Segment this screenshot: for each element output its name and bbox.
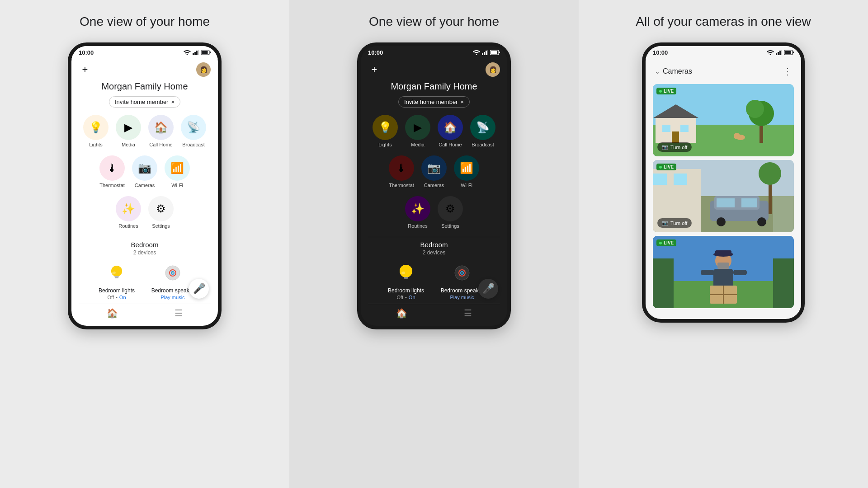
svg-rect-21 — [487, 50, 488, 55]
wyze-bulb-icon-left — [106, 264, 127, 282]
thermostat-label-mid: Thermostat — [389, 183, 414, 188]
speaker-svg-left — [162, 262, 184, 284]
status-icons-right — [767, 50, 794, 55]
wifi-circle-mid: 📶 — [454, 155, 479, 181]
live-text-2: LIVE — [664, 164, 674, 169]
icon-callhome-mid[interactable]: 🏠 Call Home — [434, 115, 467, 147]
device-bedroom-lights-left[interactable]: Bedroom lights Off • On — [94, 260, 139, 300]
icon-routines-left[interactable]: ✨ Routines — [112, 196, 145, 229]
lights-label-left: Lights — [89, 142, 102, 147]
cameras-label-left: Cameras — [135, 183, 155, 188]
invite-close-mid[interactable]: × — [460, 99, 464, 105]
icon-thermostat-left[interactable]: 🌡 Thermostat — [96, 155, 128, 188]
list-nav-left[interactable]: ☰ — [175, 308, 183, 319]
icon-grid-row3-left: ✨ Routines ⚙ Settings — [79, 196, 211, 233]
icon-wifi-mid[interactable]: 📶 Wi-Fi — [450, 155, 483, 188]
speaker-svg-mid — [451, 262, 473, 284]
icon-settings-left[interactable]: ⚙ Settings — [145, 196, 177, 229]
device-bedroom-speaker-left[interactable]: Bedroom speaker Play music — [150, 260, 195, 300]
list-nav-mid[interactable]: ☰ — [464, 308, 472, 319]
icon-lights-mid[interactable]: 💡 Lights — [369, 115, 401, 147]
turn-off-text-2: Turn off — [670, 221, 687, 226]
lights-circle-left: 💡 — [83, 115, 108, 140]
svg-point-64 — [717, 217, 726, 226]
broadcast-label-mid: Broadcast — [472, 142, 494, 147]
svg-rect-47 — [680, 125, 689, 132]
live-dot-3 — [659, 242, 662, 244]
play-music-left[interactable]: Play music — [160, 295, 184, 300]
routines-circle-mid: ✨ — [405, 196, 430, 221]
thermostat-circle-mid: 🌡 — [389, 155, 414, 181]
icon-thermostat-mid[interactable]: 🌡 Thermostat — [385, 155, 418, 188]
device-bedroom-speaker-mid[interactable]: Bedroom speaker Play music — [439, 260, 485, 300]
icon-media-left[interactable]: ▶ Media — [112, 115, 145, 147]
avatar-left[interactable]: 👩 — [196, 62, 211, 77]
icon-callhome-left[interactable]: 🏠 Call Home — [145, 115, 177, 147]
camera-feed-1[interactable]: LIVE 📷 Turn off — [653, 84, 794, 156]
phone-mid: 10:00 + 👩 Morgan Family Home Invite home… — [357, 42, 511, 329]
icon-broadcast-mid[interactable]: 📡 Broadcast — [467, 115, 499, 147]
broadcast-circle-mid: 📡 — [470, 115, 495, 140]
panel-mid-title: One view of your home — [369, 14, 499, 30]
signal-icon — [193, 50, 199, 55]
camera-header-left: ⌄ Cameras — [655, 67, 692, 75]
live-badge-3: LIVE — [656, 239, 676, 246]
svg-point-65 — [757, 217, 766, 226]
home-nav-left[interactable]: 🏠 — [107, 308, 118, 319]
svg-rect-58 — [653, 174, 667, 185]
bedroom-lights-name-left: Bedroom lights — [99, 287, 135, 294]
panel-mid: One view of your home 10:00 + 👩 Morgan F… — [289, 0, 579, 488]
camera-feed-2[interactable]: LIVE 📷 Turn off — [653, 160, 794, 232]
phone-right: 10:00 ⌄ Cameras ⋮ — [642, 42, 805, 323]
media-circle-left: ▶ — [116, 115, 141, 140]
svg-rect-2 — [194, 52, 196, 55]
add-button-left[interactable]: + — [79, 63, 91, 76]
icon-wifi-left[interactable]: 📶 Wi-Fi — [161, 155, 193, 188]
bedroom-lights-icon-left — [104, 260, 129, 286]
status-bar-mid: 10:00 — [361, 46, 507, 59]
icon-broadcast-left[interactable]: 📡 Broadcast — [177, 115, 210, 147]
section-title-left: Bedroom — [79, 241, 211, 249]
svg-point-17 — [476, 54, 477, 56]
svg-rect-59 — [674, 174, 687, 185]
invite-btn-left[interactable]: Invite home member × — [109, 96, 180, 108]
signal-icon-mid — [482, 50, 488, 55]
icon-settings-mid[interactable]: ⚙ Settings — [434, 196, 467, 229]
section-title-mid: Bedroom — [368, 241, 500, 249]
routines-label-left: Routines — [118, 223, 138, 229]
callhome-label-left: Call Home — [149, 142, 172, 147]
icon-cameras-mid[interactable]: 📷 Cameras — [418, 155, 450, 188]
invite-close-left[interactable]: × — [171, 99, 175, 105]
turn-off-btn-1[interactable]: 📷 Turn off — [657, 142, 692, 152]
svg-rect-28 — [404, 278, 408, 279]
camera-off-icon-1: 📷 — [662, 144, 668, 150]
device-bedroom-lights-mid[interactable]: Bedroom lights Off • On — [383, 260, 429, 300]
icon-routines-mid[interactable]: ✨ Routines — [401, 196, 434, 229]
icon-media-mid[interactable]: ▶ Media — [401, 115, 434, 147]
turn-off-btn-2[interactable]: 📷 Turn off — [657, 218, 692, 228]
home-nav-mid[interactable]: 🏠 — [396, 308, 407, 319]
camera-feed-3[interactable]: LIVE — [653, 236, 794, 308]
svg-rect-27 — [404, 277, 408, 278]
status-off-mid: Off — [396, 295, 403, 300]
home-title-mid: Morgan Family Home — [368, 81, 500, 92]
cameras-label-mid: Cameras — [424, 183, 444, 188]
settings-circle-mid: ⚙ — [438, 196, 463, 221]
add-button-mid[interactable]: + — [368, 63, 381, 76]
top-bar-mid: + 👩 — [368, 62, 500, 77]
cam3-scene — [653, 236, 794, 308]
play-music-mid[interactable]: Play music — [450, 295, 474, 300]
svg-rect-24 — [499, 52, 500, 53]
icon-cameras-left[interactable]: 📷 Cameras — [128, 155, 161, 188]
bedroom-speaker-icon-left — [160, 260, 185, 286]
svg-rect-41 — [793, 52, 794, 53]
icon-lights-left[interactable]: 💡 Lights — [80, 115, 112, 147]
broadcast-circle-left: 📡 — [181, 115, 206, 140]
camera-options-icon[interactable]: ⋮ — [783, 66, 792, 77]
callhome-circle-left: 🏠 — [148, 115, 174, 140]
invite-btn-mid[interactable]: Invite home member × — [398, 96, 470, 108]
svg-rect-36 — [778, 52, 779, 55]
avatar-mid[interactable]: 👩 — [486, 62, 500, 77]
invite-label-left: Invite home member — [115, 99, 169, 105]
live-dot-2 — [659, 166, 662, 169]
